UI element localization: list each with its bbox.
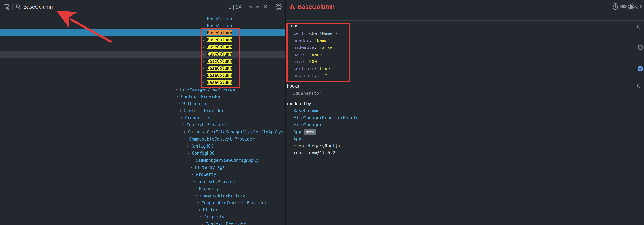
hook-row[interactable]: ▸IdGenerator:: [286, 90, 644, 97]
tree-row[interactable]: ▾Context.Provider: [0, 93, 285, 100]
tree-row[interactable]: ▾FileManagerViewProvider: [0, 86, 285, 93]
tree-row[interactable]: ▾Composable<Filter>: [0, 192, 285, 199]
prop-value[interactable]: "name": [309, 52, 325, 57]
component-name: Composable<Filter>: [200, 193, 246, 198]
collapse-arrow-icon[interactable]: ▾: [182, 121, 184, 128]
expand-arrow-icon[interactable]: ▸: [202, 22, 205, 29]
tree-row[interactable]: ▸BaseColumn: [0, 58, 285, 65]
collapse-arrow-icon[interactable]: ▾: [193, 178, 195, 185]
settings-gear-icon[interactable]: [275, 3, 282, 11]
expand-arrow-icon[interactable]: ▸: [202, 58, 205, 65]
prop-row[interactable]: new entry: "": [286, 72, 644, 79]
tree-row[interactable]: ▾Context.Provider: [0, 121, 285, 128]
next-match-icon[interactable]: [254, 4, 261, 10]
tree-row[interactable]: ▾FileManagerViewConfigApply: [0, 157, 285, 164]
tree-row-label: Composable<FileManagerViewConfigApply>: [188, 128, 284, 135]
copy-props-icon[interactable]: [637, 24, 642, 29]
expand-arrow-icon[interactable]: ▸: [202, 44, 205, 51]
collapse-arrow-icon[interactable]: ▾: [192, 171, 194, 178]
tree-row-label: Property: [196, 171, 216, 178]
tree-row[interactable]: ▾FilterByTags: [0, 164, 285, 171]
prop-value[interactable]: 200: [309, 59, 317, 64]
copy-hooks-icon[interactable]: [637, 83, 642, 88]
stopwatch-icon[interactable]: [612, 3, 619, 11]
expand-arrow-icon[interactable]: ▸: [202, 72, 205, 79]
tree-row[interactable]: ▾Context.Provider: [0, 107, 285, 114]
collapse-arrow-icon[interactable]: ▾: [196, 192, 198, 199]
tree-row[interactable]: ▸BaseAction: [0, 22, 285, 29]
collapse-arrow-icon[interactable]: ▾: [189, 157, 191, 164]
collapse-arrow-icon[interactable]: ▾: [186, 143, 188, 150]
collapse-arrow-icon[interactable]: ▾: [178, 100, 180, 107]
rendered-by-link[interactable]: App: [294, 135, 301, 142]
tree-row[interactable]: ▸BaseColumn: [0, 65, 285, 72]
tree-row[interactable]: ▾ComposableContext.Provider: [0, 199, 285, 206]
tree-row[interactable]: ▸BaseColumn: [0, 36, 285, 44]
collapse-arrow-icon[interactable]: ▾: [175, 86, 178, 93]
expand-arrow-icon[interactable]: ▸: [202, 65, 205, 72]
rendered-by-link[interactable]: AppMemo: [294, 128, 316, 135]
clear-search-icon[interactable]: [262, 4, 269, 10]
prop-row[interactable]: cell: <CellName />: [286, 30, 644, 37]
tree-row[interactable]: ▸BaseColumn: [0, 44, 285, 51]
tree-row[interactable]: ▾Property: [0, 171, 285, 178]
collapse-arrow-icon[interactable]: ▾: [177, 93, 179, 100]
expand-arrow-icon[interactable]: ▸: [202, 15, 205, 22]
rendered-by-link[interactable]: BaseColumn: [294, 107, 320, 114]
prop-row[interactable]: name: "name": [286, 51, 644, 58]
expand-arrow-icon[interactable]: ▸: [202, 29, 205, 36]
tree-row[interactable]: ▾ComposableContext.Provider: [0, 135, 285, 143]
code-brackets-icon[interactable]: [635, 3, 642, 11]
prop-checkbox-unchecked[interactable]: [638, 45, 643, 50]
tree-row[interactable]: ▾ConfigHOC: [0, 150, 285, 157]
previous-match-icon[interactable]: [247, 4, 254, 10]
tree-row[interactable]: ▾Composable<FileManagerViewConfigApply>: [0, 128, 285, 135]
prop-value[interactable]: "Name": [314, 38, 330, 43]
collapse-arrow-icon[interactable]: ▾: [201, 220, 204, 225]
tree-row[interactable]: ▾Context.Provider: [0, 178, 285, 185]
tree-row[interactable]: ▸BaseColumn: [0, 79, 285, 86]
tree-row[interactable]: ▾ConfigHOC: [0, 143, 285, 150]
prop-value[interactable]: true: [320, 66, 330, 71]
expand-arrow-icon[interactable]: ▸: [289, 92, 290, 95]
component-name: Context.Provider: [181, 94, 221, 99]
tree-row[interactable]: Property: [0, 185, 285, 192]
rendered-by-link[interactable]: FileManager: [294, 121, 322, 128]
collapse-arrow-icon[interactable]: ▾: [184, 128, 186, 135]
rendered-by-link[interactable]: FileManagerRendererModule: [294, 114, 359, 121]
prop-value[interactable]: false: [320, 45, 332, 50]
tree-row[interactable]: ▾Filter: [0, 206, 285, 213]
collapse-arrow-icon[interactable]: ▾: [197, 199, 199, 206]
prop-value[interactable]: "": [322, 73, 328, 78]
eye-icon[interactable]: [620, 3, 627, 11]
tree-row[interactable]: ▾Context.Provider: [0, 220, 285, 225]
search-input[interactable]: BaseColumn: [23, 0, 53, 14]
expand-arrow-icon[interactable]: ▸: [202, 79, 205, 86]
prop-row[interactable]: hideable: false: [286, 44, 644, 51]
expand-arrow-icon[interactable]: ▸: [202, 36, 205, 44]
bug-icon[interactable]: [627, 3, 635, 11]
collapse-arrow-icon[interactable]: ▾: [190, 164, 192, 171]
component-name: Property: [196, 172, 216, 177]
prop-row[interactable]: size: 200: [286, 58, 644, 65]
prop-checkbox-checked[interactable]: [638, 66, 643, 71]
collapse-arrow-icon[interactable]: ▾: [185, 135, 187, 143]
component-name: FileManagerViewProvider: [180, 87, 238, 92]
collapse-arrow-icon[interactable]: ▾: [181, 114, 183, 121]
tree-row[interactable]: ▸BaseAction: [0, 15, 285, 22]
prop-value[interactable]: <CellName />: [309, 31, 340, 36]
tree-row[interactable]: ▾WithConfig: [0, 100, 285, 107]
expand-arrow-icon[interactable]: ▸: [202, 51, 205, 58]
prop-row[interactable]: header: "Name": [286, 37, 644, 44]
collapse-arrow-icon[interactable]: ▾: [188, 150, 190, 157]
tree-row[interactable]: ▸BaseColumn: [0, 72, 285, 79]
tree-row[interactable]: ▾Properties: [0, 114, 285, 121]
inspect-element-icon[interactable]: [3, 4, 10, 11]
collapse-arrow-icon[interactable]: ▾: [198, 206, 201, 213]
collapse-arrow-icon[interactable]: ▾: [180, 107, 182, 114]
tree-row[interactable]: ▾Property: [0, 213, 285, 220]
tree-row[interactable]: ▸BaseColumn: [0, 29, 285, 36]
collapse-arrow-icon[interactable]: ▾: [200, 213, 202, 220]
prop-row[interactable]: sortable: true: [286, 65, 644, 72]
tree-row[interactable]: ▸BaseColumn: [0, 51, 285, 58]
